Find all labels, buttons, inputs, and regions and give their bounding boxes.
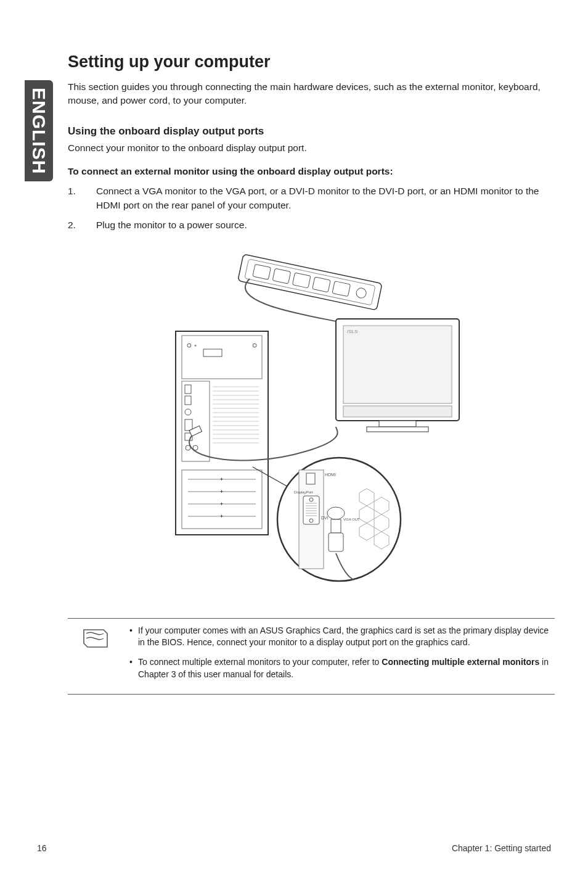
subsection-text: Connect your monitor to the onboard disp… xyxy=(68,142,555,154)
svg-rect-75 xyxy=(329,533,343,551)
pc-tower-icon: + xyxy=(176,331,268,535)
svg-text:+: + xyxy=(194,344,197,348)
subsection-title: Using the onboard display output ports xyxy=(68,125,555,138)
note-text-pre: To connect multiple external monitors to… xyxy=(138,657,382,667)
note-icon xyxy=(80,627,110,652)
svg-rect-9 xyxy=(343,326,452,403)
note-item: If your computer comes with an ASUS Grap… xyxy=(129,625,555,649)
chapter-label: Chapter 1: Getting started xyxy=(452,843,551,853)
svg-text:/SLS: /SLS xyxy=(347,329,357,334)
page-footer: 16 Chapter 1: Getting started xyxy=(37,843,551,853)
step-item: 1. Connect a VGA monitor to the VGA port… xyxy=(68,184,555,212)
instruction-heading: To connect an external monitor using the… xyxy=(68,166,555,177)
diagram-svg: /SLS + xyxy=(151,248,472,593)
connection-diagram: /SLS + xyxy=(68,248,555,593)
step-list: 1. Connect a VGA monitor to the VGA port… xyxy=(68,184,555,232)
svg-text:+: + xyxy=(220,476,223,482)
svg-text:+: + xyxy=(220,489,223,495)
svg-text:HDMI: HDMI xyxy=(325,472,336,477)
zoom-callout-icon: HDMI DisplayPort DVI xyxy=(277,458,401,581)
note-item: To connect multiple external monitors to… xyxy=(129,656,555,680)
svg-text:DVI: DVI xyxy=(321,516,329,520)
svg-text:+: + xyxy=(220,501,223,507)
language-tab: ENGLISH xyxy=(25,80,53,181)
note-text: If your computer comes with an ASUS Grap… xyxy=(138,625,549,648)
step-text: Plug the monitor to a power source. xyxy=(96,218,555,232)
svg-rect-63 xyxy=(303,496,319,524)
svg-text:VGA OUT: VGA OUT xyxy=(343,518,360,521)
note-text-bold: Connecting multiple external monitors xyxy=(382,657,539,667)
svg-rect-12 xyxy=(367,427,428,432)
step-number: 2. xyxy=(68,218,96,232)
svg-text:+: + xyxy=(220,513,223,519)
svg-rect-60 xyxy=(306,473,315,484)
section-intro: This section guides you through connecti… xyxy=(68,80,555,107)
svg-rect-74 xyxy=(331,519,341,533)
svg-rect-11 xyxy=(379,421,416,427)
step-item: 2. Plug the monitor to a power source. xyxy=(68,218,555,232)
svg-rect-10 xyxy=(343,406,452,417)
monitor-icon: /SLS xyxy=(336,319,459,432)
page-number: 16 xyxy=(37,843,47,853)
note-list: If your computer comes with an ASUS Grap… xyxy=(129,625,555,680)
step-number: 1. xyxy=(68,184,96,212)
step-text: Connect a VGA monitor to the VGA port, o… xyxy=(96,184,555,212)
main-content: Setting up your computer This section gu… xyxy=(68,52,555,695)
section-title: Setting up your computer xyxy=(68,52,555,72)
svg-point-73 xyxy=(327,507,345,519)
svg-text:DisplayPort: DisplayPort xyxy=(294,490,313,494)
note-block: If your computer comes with an ASUS Grap… xyxy=(68,618,555,695)
